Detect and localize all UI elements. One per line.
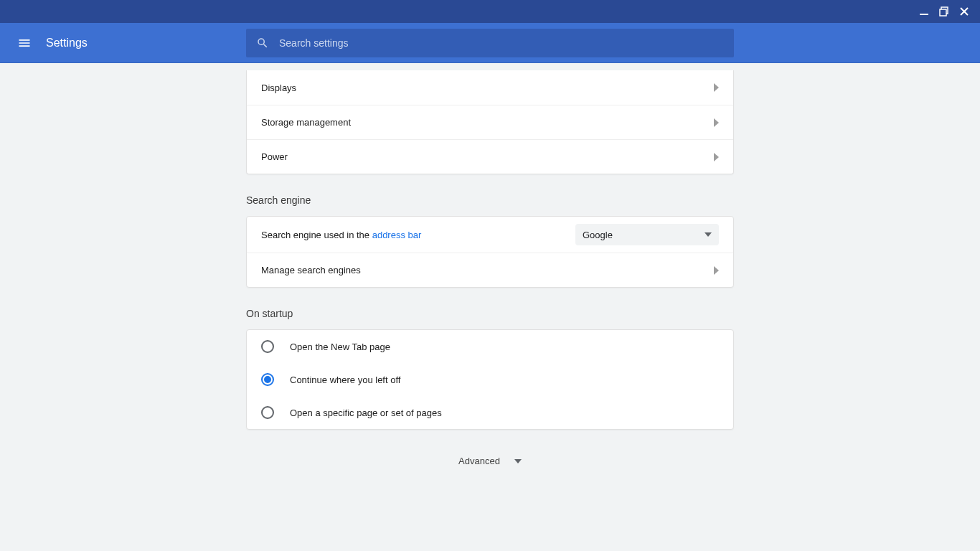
chevron-right-icon [714, 118, 719, 127]
chevron-right-icon [714, 153, 719, 161]
window-titlebar [0, 0, 980, 23]
power-row[interactable]: Power [247, 139, 733, 174]
startup-option-specific-label: Open a specific page or set of pages [290, 408, 442, 418]
radio-specific[interactable] [261, 406, 274, 419]
search-engine-used-prefix: Search engine used in the [261, 230, 372, 240]
startup-option-continue[interactable]: Continue where you left off [247, 363, 733, 396]
search-engine-dropdown[interactable]: Google [575, 224, 719, 245]
search-engine-used-row: Search engine used in the address bar Go… [247, 217, 733, 253]
storage-management-label: Storage management [261, 117, 351, 128]
search-icon [256, 37, 269, 50]
svg-rect-2 [940, 9, 946, 16]
storage-management-row[interactable]: Storage management [247, 105, 733, 139]
window-close-button[interactable] [954, 1, 974, 22]
advanced-toggle[interactable]: Advanced [246, 456, 734, 466]
startup-option-continue-label: Continue where you left off [290, 375, 400, 385]
radio-new-tab[interactable] [261, 340, 274, 353]
search-engine-used-label: Search engine used in the address bar [261, 230, 421, 240]
search-engine-section-title: Search engine [246, 194, 734, 206]
search-container[interactable] [246, 29, 734, 57]
address-bar-link[interactable]: address bar [372, 230, 422, 240]
app-bar-title: Settings [46, 37, 88, 50]
advanced-label: Advanced [458, 456, 500, 466]
content-area: Displays Storage management Power Search… [0, 63, 980, 551]
manage-search-engines-row[interactable]: Manage search engines [247, 253, 733, 287]
manage-search-engines-label: Manage search engines [261, 265, 361, 276]
radio-continue[interactable] [261, 373, 274, 386]
hamburger-icon [17, 36, 32, 50]
startup-option-new-tab-label: Open the New Tab page [290, 342, 390, 352]
search-input[interactable] [279, 29, 724, 57]
minimize-icon [919, 6, 929, 17]
menu-button[interactable] [11, 30, 37, 56]
chevron-down-icon [705, 232, 712, 237]
displays-row[interactable]: Displays [247, 70, 733, 105]
window-minimize-button[interactable] [914, 1, 934, 22]
chevron-down-icon [514, 459, 522, 463]
chevron-right-icon [714, 266, 719, 275]
search-engine-card: Search engine used in the address bar Go… [246, 216, 734, 288]
window-maximize-button[interactable] [934, 1, 954, 22]
startup-option-specific[interactable]: Open a specific page or set of pages [247, 396, 733, 429]
chevron-right-icon [714, 83, 719, 92]
startup-option-new-tab[interactable]: Open the New Tab page [247, 330, 733, 363]
device-card: Displays Storage management Power [246, 70, 734, 174]
search-engine-dropdown-value: Google [583, 230, 613, 240]
power-label: Power [261, 151, 288, 162]
on-startup-section-title: On startup [246, 308, 734, 319]
on-startup-card: Open the New Tab page Continue where you… [246, 329, 734, 430]
maximize-icon [939, 6, 949, 17]
svg-rect-0 [920, 14, 928, 15]
displays-label: Displays [261, 83, 296, 93]
close-icon [959, 6, 969, 17]
